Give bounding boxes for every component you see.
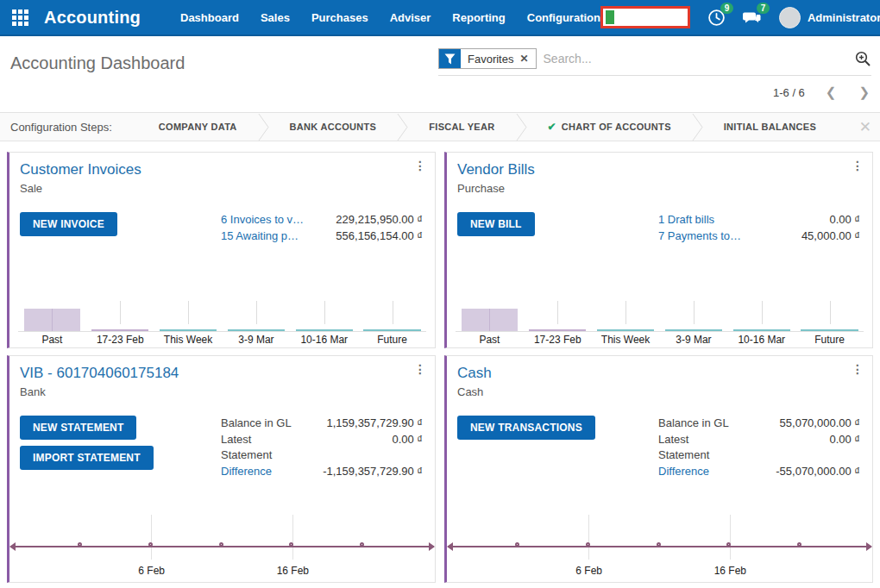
favorites-facet[interactable]: Favorites ✕: [438, 48, 537, 69]
latest-statement-label: Latest Statement: [221, 432, 295, 463]
close-icon[interactable]: ✕: [859, 118, 871, 136]
step-company-data[interactable]: COMPANY DATA: [138, 122, 258, 132]
advanced-search-icon[interactable]: [855, 51, 871, 67]
zero-bar: [160, 329, 217, 331]
step-chart-of-accounts[interactable]: ✔ CHART OF ACCOUNTS: [527, 121, 692, 133]
import-statement-button[interactable]: IMPORT STATEMENT: [20, 446, 154, 470]
difference-link[interactable]: Difference: [221, 464, 272, 479]
menu-dashboard[interactable]: Dashboard: [180, 11, 239, 24]
top-navbar: Accounting Dashboard Sales Purchases Adv…: [0, 0, 880, 36]
axis-tick: [625, 301, 626, 324]
zero-bar: [296, 329, 353, 331]
step-bank-accounts[interactable]: BANK ACCOUNTS: [269, 122, 398, 132]
kpi-row: Latest Statement 0.00 ₫: [658, 432, 860, 463]
card-cash: Cash ⋮ Cash NEW TRANSACTIONS Balance in …: [444, 355, 873, 583]
card-title-link[interactable]: Vendor Bills: [457, 161, 535, 178]
step-initial-balances[interactable]: INITIAL BALANCES: [703, 122, 837, 132]
step-fiscal-year[interactable]: FISCAL YEAR: [408, 122, 515, 132]
menu-configuration[interactable]: Configuration: [527, 11, 600, 24]
cash-balance-chart[interactable]: 6 Feb16 Feb: [448, 515, 871, 579]
kpi-row: Difference -1,159,357,729.90 ₫: [221, 464, 423, 479]
x-axis-label: 3-9 Mar: [659, 334, 727, 346]
zero-bar: [801, 329, 858, 331]
payments-link[interactable]: 7 Payments to…: [658, 228, 741, 244]
pager-prev-icon[interactable]: ❮: [826, 84, 837, 100]
redaction-green-block: [606, 10, 614, 24]
apps-menu-icon[interactable]: [12, 9, 28, 26]
balance-in-gl-label: Balance in GL: [658, 416, 732, 431]
new-transactions-button[interactable]: NEW TRANSACTIONS: [457, 416, 595, 440]
line-end-arrow: [9, 542, 16, 551]
kpi-amount: 229,215,950.00 ₫: [335, 212, 423, 228]
x-axis-label: This Week: [592, 334, 660, 346]
card-kpi-rows: 1 Draft bills 0.00 ₫ 7 Payments to… 45,0…: [658, 212, 860, 244]
kebab-menu-icon[interactable]: ⋮: [414, 363, 426, 375]
card-title-link[interactable]: Cash: [457, 365, 492, 382]
new-invoice-button[interactable]: NEW INVOICE: [20, 212, 117, 236]
config-steps: COMPANY DATA BANK ACCOUNTS FISCAL YEAR ✔…: [138, 113, 837, 141]
x-axis-label: Past: [18, 334, 86, 346]
kpi-amount: -1,159,357,729.90 ₫: [321, 464, 423, 479]
kpi-row: 15 Awaiting p… 556,156,154.00 ₫: [221, 228, 423, 244]
kebab-menu-icon[interactable]: ⋮: [414, 160, 426, 172]
card-kpi-rows: 6 Invoices to v… 229,215,950.00 ₫ 15 Awa…: [221, 212, 423, 244]
menu-sales[interactable]: Sales: [261, 11, 290, 24]
bank-balance-chart[interactable]: 6 Feb16 Feb: [10, 515, 434, 579]
redacted-company-selector[interactable]: [600, 6, 690, 28]
x-axis-label: 16 Feb: [277, 565, 309, 577]
menu-adviser[interactable]: Adviser: [390, 11, 431, 24]
user-menu[interactable]: Administrator: [779, 7, 880, 28]
new-bill-button[interactable]: NEW BILL: [457, 212, 535, 236]
x-axis-label: 17-23 Feb: [524, 334, 592, 346]
card-title-link[interactable]: VIB - 601704060175184: [20, 365, 179, 382]
data-point: [515, 542, 519, 547]
difference-link[interactable]: Difference: [658, 464, 709, 479]
draft-bills-link[interactable]: 1 Draft bills: [658, 212, 714, 228]
activity-menu[interactable]: 9: [707, 9, 726, 27]
x-axis-label: 16 Feb: [714, 565, 746, 577]
card-bank-vib: VIB - 601704060175184 ⋮ Bank NEW STATEME…: [7, 355, 436, 583]
latest-statement-label: Latest Statement: [658, 432, 732, 463]
kpi-amount: 556,156,154.00 ₫: [335, 228, 423, 244]
avatar: [779, 7, 801, 28]
user-name: Administrator: [808, 11, 880, 24]
pager-next-icon[interactable]: ❯: [858, 84, 870, 100]
facet-remove-icon[interactable]: ✕: [519, 53, 528, 65]
filter-funnel-icon: [439, 49, 461, 68]
card-title-link[interactable]: Customer Invoices: [20, 161, 141, 178]
card-kpi-rows: Balance in GL 1,159,357,729.90 ₫ Latest …: [221, 416, 423, 479]
config-steps-label: Configuration Steps:: [10, 121, 112, 134]
awaiting-payments-link[interactable]: 15 Awaiting p…: [221, 228, 299, 244]
kpi-row: 6 Invoices to v… 229,215,950.00 ₫: [221, 212, 423, 228]
vendor-bills-chart[interactable]: Past17-23 FebThis Week3-9 Mar10-16 MarFu…: [456, 291, 864, 346]
data-point: [219, 542, 223, 547]
card-customer-invoices: Customer Invoices ⋮ Sale NEW INVOICE 6 I…: [7, 152, 436, 348]
kebab-menu-icon[interactable]: ⋮: [852, 363, 864, 375]
data-point: [586, 542, 590, 547]
gridline: [292, 515, 293, 560]
invoices-to-validate-link[interactable]: 6 Invoices to v…: [221, 212, 304, 228]
customer-invoices-chart[interactable]: Past17-23 FebThis Week3-9 Mar10-16 MarFu…: [18, 291, 426, 346]
data-point: [78, 542, 82, 547]
x-axis-label: 10-16 Mar: [727, 334, 795, 346]
menu-reporting[interactable]: Reporting: [452, 11, 505, 24]
step-separator-icon: [397, 113, 408, 141]
app-brand[interactable]: Accounting: [44, 8, 141, 28]
x-axis-label: Future: [358, 334, 426, 346]
kpi-amount: 0.00 ₫: [772, 212, 860, 228]
axis-tick: [762, 301, 763, 324]
new-statement-button[interactable]: NEW STATEMENT: [20, 416, 136, 440]
bar: [489, 309, 518, 331]
bar: [24, 309, 52, 331]
data-point: [148, 542, 153, 547]
menu-purchases[interactable]: Purchases: [311, 11, 368, 24]
messages-menu[interactable]: 7: [743, 9, 762, 27]
line-end-arrow: [866, 542, 872, 551]
axis-tick: [256, 301, 257, 324]
card-subtitle: Bank: [20, 385, 423, 398]
kpi-row: Difference -55,070,000.00 ₫: [658, 464, 860, 479]
balance-in-gl-label: Balance in GL: [221, 416, 295, 431]
search-input[interactable]: [537, 49, 850, 68]
axis-tick: [393, 301, 393, 324]
kebab-menu-icon[interactable]: ⋮: [852, 160, 864, 172]
